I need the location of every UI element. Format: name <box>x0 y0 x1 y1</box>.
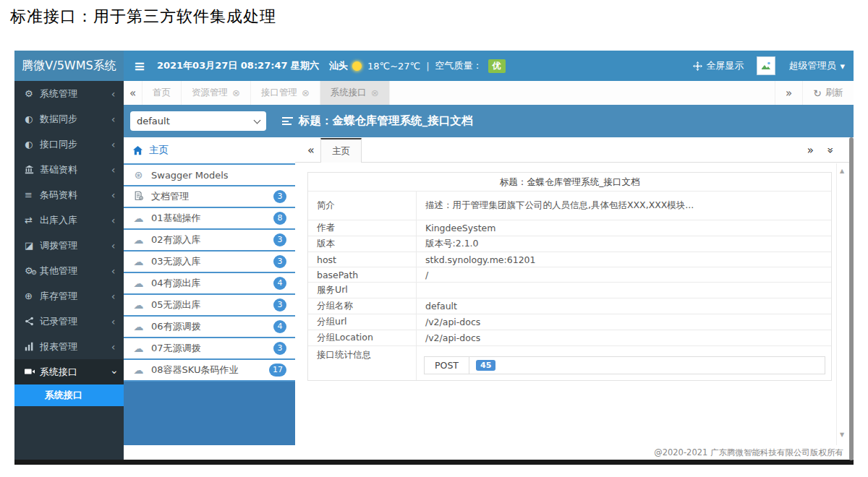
air-quality-badge: 优 <box>488 59 506 73</box>
sidebar-item-base-data[interactable]: 基础资料 ‹ <box>14 157 124 182</box>
collapse-down-icon[interactable]: » <box>823 147 836 153</box>
cloud-icon: ☁ <box>132 278 145 289</box>
api-doc-table: 标题：金蝶仓库管理系统_接口文档 简介 描述：用于管理集团旗下公司的人员信息,具… <box>307 172 832 381</box>
panel-item-swagger-models[interactable]: ⊛ Swagger Models <box>124 163 295 185</box>
tab-home[interactable]: 首页 <box>142 81 182 105</box>
table-row: 作者 KingdeeSystem <box>308 220 831 236</box>
air-quality-label: 空气质量： <box>435 59 482 72</box>
sidebar-item-system-interface[interactable]: 系统接口 ‹ <box>14 359 124 384</box>
panel-item-doc-mgmt[interactable]: 文档管理 3 <box>124 185 295 207</box>
exchange-icon: ⇄ <box>25 215 40 225</box>
content-tab-bar-right: » » <box>807 137 833 163</box>
sidebar-item-interface-sync[interactable]: ◐ 接口同步 ‹ <box>14 132 124 157</box>
workspace: 主页 ⊛ Swagger Models 文档管理 3 ☁ <box>124 137 854 445</box>
panel-item-01[interactable]: ☁ 01基础操作 8 <box>124 207 295 228</box>
sidebar-item-barcode-data[interactable]: ≡ 条码资料 ‹ <box>14 182 124 207</box>
method-stats-table: POST 45 <box>424 356 825 374</box>
user-name: 超级管理员 <box>788 59 835 72</box>
copyright-text: @2020-2021 广东腾微智能科技有限公司版权所有 <box>654 447 843 457</box>
avatar[interactable] <box>757 56 775 75</box>
tab-close-icon[interactable]: ⊗ <box>371 88 379 98</box>
content-tab-bar: « 主页 » » <box>295 137 854 163</box>
sidebar-item-system-mgmt[interactable]: ⚙ 系统管理 ‹ <box>14 81 124 106</box>
tab-resource-mgmt[interactable]: 资源管理 ⊗ <box>182 81 251 105</box>
main-area: « 首页 资源管理 ⊗ 接口管理 ⊗ 系统接口 ⊗ <box>124 81 854 460</box>
sidebar-toggle-icon[interactable]: ≡ <box>124 58 157 74</box>
navbar: ≡ 2021年03月27日 08:27:47 星期六 汕头 18℃~27℃ | … <box>124 51 854 81</box>
gear-icon: ⚙ <box>25 88 40 99</box>
cloud-icon: ☁ <box>132 234 145 246</box>
content-tabs-forward-icon[interactable]: » <box>807 144 814 157</box>
count-badge: 3 <box>273 255 286 268</box>
chevron-left-icon: ‹ <box>111 316 116 327</box>
chevron-down-icon: ‹ <box>108 369 119 374</box>
bar-chart-icon <box>25 341 40 352</box>
sidebar-item-other-mgmt[interactable]: ⚙⚙ 其他管理 ‹ <box>14 258 124 283</box>
chevron-left-icon: ‹ <box>111 88 116 100</box>
footer: @2020-2021 广东腾微智能科技有限公司版权所有 <box>124 445 854 460</box>
cloud-icon: ☁ <box>132 364 145 376</box>
panel-item-08[interactable]: ☁ 08容器SKU条码作业 17 <box>124 358 295 380</box>
tab-interface-mgmt[interactable]: 接口管理 ⊗ <box>251 81 320 105</box>
tabs-scroll-right-icon[interactable]: » <box>775 81 802 105</box>
panel-item-03[interactable]: ☁ 03无源入库 3 <box>124 250 295 272</box>
panel-item-02[interactable]: ☁ 02有源入库 3 <box>124 228 295 250</box>
sidebar-item-report-mgmt[interactable]: 报表管理 ‹ <box>14 334 124 359</box>
count-badge: 3 <box>273 233 286 246</box>
panel-home-link[interactable]: 主页 <box>124 137 295 163</box>
tabs-scroll-left-icon[interactable]: « <box>124 81 142 105</box>
user-menu[interactable]: 超级管理员 ▾ <box>788 59 845 72</box>
sun-icon <box>352 61 362 71</box>
swagger-panel: 主页 ⊛ Swagger Models 文档管理 3 ☁ <box>124 137 295 445</box>
brand[interactable]: 腾微V/5WMS系统 <box>14 51 124 81</box>
sidebar-item-transfer-mgmt[interactable]: ◪ 调拨管理 ‹ <box>14 233 124 258</box>
refresh-button[interactable]: ↻ 刷新 <box>802 81 854 105</box>
table-row-stats: 接口统计信息 POST 45 <box>308 346 831 380</box>
scroll-down-icon[interactable]: ▼ <box>840 431 844 438</box>
tab-close-icon[interactable]: ⊗ <box>232 88 240 98</box>
scroll-up-icon[interactable]: ▲ <box>840 168 844 174</box>
gears-icon: ⚙⚙ <box>25 265 40 276</box>
table-row: 版本 版本号:2.1.0 <box>308 236 831 252</box>
sidebar-item-inout-warehouse[interactable]: ⇄ 出库入库 ‹ <box>14 207 124 233</box>
target-icon: ⊕ <box>25 291 40 301</box>
count-badge: 17 <box>269 364 286 377</box>
sidebar-item-data-sync[interactable]: ◐ 数据同步 ‹ <box>14 106 124 132</box>
group-select-input[interactable]: default <box>130 111 266 131</box>
sidebar-submenu: 系统接口 <box>14 384 124 406</box>
browser-scrollbar[interactable] <box>849 137 854 460</box>
tab-bar: « 首页 资源管理 ⊗ 接口管理 ⊗ 系统接口 ⊗ <box>124 81 854 105</box>
content-scrollbar[interactable]: ▲ ▼ <box>836 163 848 445</box>
temperature-text: 18℃~27℃ <box>367 61 420 72</box>
cloud-icon: ☁ <box>132 321 145 332</box>
navbar-right: 全屏显示 超级管理员 ▾ <box>693 51 845 81</box>
content-area: « 主页 » » 标题：金蝶仓库管理系统_接口文档 <box>295 137 854 445</box>
chevron-left-icon: ‹ <box>111 265 116 277</box>
sidebar-subitem-system-interface[interactable]: 系统接口 <box>14 384 124 406</box>
panel-filler <box>124 380 295 445</box>
count-badge: 3 <box>273 342 286 355</box>
page-title: 标准接口：用于第三方软件集成处理 <box>10 6 276 27</box>
panel-item-06[interactable]: ☁ 06有源调拨 4 <box>124 315 295 337</box>
sidebar-filler <box>14 406 124 460</box>
fullscreen-icon <box>693 61 702 71</box>
sidebar-item-record-mgmt[interactable]: 记录管理 ‹ <box>14 309 124 334</box>
toolbar: default 标题：金蝶仓库管理系统_接口文档 <box>124 105 854 137</box>
swagger-icon: ⊛ <box>132 169 145 181</box>
sidebar-item-stock-mgmt[interactable]: ⊕ 库存管理 ‹ <box>14 283 124 309</box>
count-badge: 8 <box>273 212 286 225</box>
panel-item-07[interactable]: ☁ 07无源调拨 3 <box>124 337 295 358</box>
content-tabs-back-icon[interactable]: « <box>307 137 315 163</box>
fullscreen-button[interactable]: 全屏显示 <box>693 59 744 72</box>
group-select[interactable]: default <box>130 111 266 131</box>
chevron-left-icon: ‹ <box>111 240 116 252</box>
tab-close-icon[interactable]: ⊗ <box>302 88 310 98</box>
count-badge: 3 <box>273 190 286 203</box>
content-tab-home[interactable]: 主页 <box>320 138 362 163</box>
cloud-icon: ☁ <box>132 212 145 224</box>
panel-item-04[interactable]: ☁ 04有源出库 4 <box>124 272 295 293</box>
method-label: POST <box>425 357 469 374</box>
panel-item-05[interactable]: ☁ 05无源出库 3 <box>124 293 295 315</box>
tab-system-interface[interactable]: 系统接口 ⊗ <box>320 81 390 105</box>
home-icon <box>132 145 143 156</box>
